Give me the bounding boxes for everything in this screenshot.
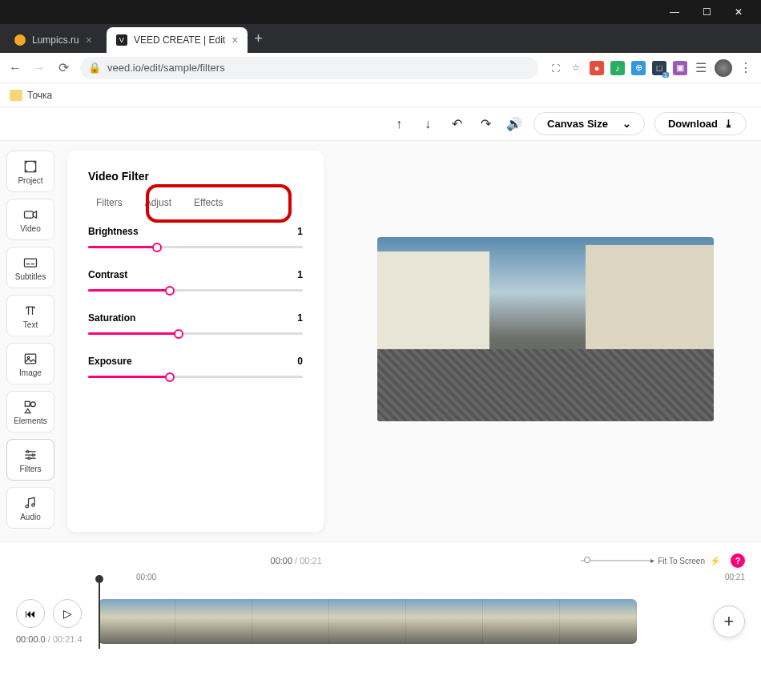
nav-label: Subtitles (15, 272, 46, 281)
ext-icon[interactable]: ● (590, 61, 604, 75)
contrast-slider[interactable] (88, 285, 303, 296)
download-button[interactable]: Download ⤓ (654, 112, 747, 135)
redo-button[interactable]: ↷ (476, 116, 495, 131)
nav-video[interactable]: Video (6, 199, 54, 240)
project-icon (22, 159, 38, 175)
star-icon[interactable]: ☆ (569, 61, 583, 75)
folder-icon (10, 90, 22, 101)
bookmarks-bar: Точка (0, 83, 761, 107)
favicon-icon (14, 34, 26, 46)
undo-button[interactable]: ↶ (447, 116, 466, 131)
canvas-size-button[interactable]: Canvas Size ⌄ (534, 112, 645, 135)
slider-label: Contrast (88, 269, 127, 280)
tab-close-icon[interactable]: × (86, 34, 92, 46)
skip-start-button[interactable]: ⏮ (16, 599, 45, 628)
playhead[interactable] (99, 578, 100, 649)
exposure-slider[interactable] (88, 372, 303, 383)
url-field[interactable]: 🔒 veed.io/edit/sample/filters (80, 57, 538, 79)
nav-project[interactable]: Project (6, 151, 54, 192)
ext-icon[interactable]: ▣ (673, 61, 687, 75)
svg-rect-3 (25, 354, 35, 364)
nav-subtitles[interactable]: Subtitles (6, 247, 54, 288)
help-button[interactable]: ? (731, 553, 745, 568)
contrast-row: Contrast1 (88, 269, 303, 296)
download-icon: ⤓ (724, 118, 733, 130)
translate-icon[interactable]: ⛶ (548, 61, 562, 75)
new-tab-button[interactable]: + (254, 30, 263, 47)
close-window-button[interactable]: ✕ (723, 0, 755, 24)
play-button[interactable]: ▷ (53, 599, 82, 628)
url-text: veed.io/edit/sample/filters (107, 62, 225, 74)
fit-to-screen-button[interactable]: Fit To Screen (658, 557, 705, 565)
download-label: Download (668, 118, 718, 130)
slider-label: Saturation (88, 312, 135, 324)
elements-icon (22, 399, 38, 415)
exposure-row: Exposure0 (88, 356, 303, 383)
slider-label: Brightness (88, 226, 139, 237)
nav-label: Text (23, 320, 38, 329)
favicon-icon: V (116, 34, 127, 46)
maximize-button[interactable]: ☐ (691, 0, 723, 24)
filters-icon (22, 447, 38, 463)
tab-adjust[interactable]: Adjust (145, 197, 171, 208)
timeline-track[interactable] (99, 599, 687, 644)
reading-list-icon[interactable]: ☰ (694, 60, 708, 75)
volume-icon[interactable]: 🔊 (505, 116, 524, 131)
tab-filters[interactable]: Filters (96, 197, 123, 208)
timeline-end-label: 00:21 (725, 573, 745, 581)
current-time: 00:00.0 (16, 634, 46, 644)
tab-effects[interactable]: Effects (194, 197, 223, 208)
ext-icon[interactable]: ♪ (610, 61, 625, 75)
nav-image[interactable]: Image (6, 343, 54, 384)
ext-icon[interactable]: □1 (652, 61, 666, 75)
nav-text[interactable]: Text (6, 295, 54, 336)
slider-value: 0 (297, 356, 303, 367)
svg-point-10 (26, 505, 28, 507)
svg-rect-2 (25, 259, 37, 267)
playhead-time: 00:00 (271, 556, 293, 565)
browser-tab-inactive[interactable]: Lumpics.ru × (5, 27, 102, 53)
saturation-row: Saturation1 (88, 312, 303, 340)
video-preview[interactable] (377, 237, 714, 421)
saturation-slider[interactable] (88, 328, 303, 340)
minimize-button[interactable]: — (658, 0, 691, 24)
slider-value: 1 (297, 269, 303, 280)
nav-audio[interactable]: Audio (6, 487, 54, 529)
browser-menu-icon[interactable]: ⋮ (739, 60, 753, 75)
bolt-icon[interactable]: ⚡ (710, 556, 721, 566)
brightness-slider[interactable] (88, 242, 303, 253)
nav-label: Filters (19, 465, 41, 473)
back-button[interactable]: ← (8, 61, 22, 75)
arrow-up-icon[interactable]: ↑ (389, 117, 409, 131)
zoom-control[interactable]: ▸ (581, 560, 653, 561)
tab-close-icon[interactable]: × (232, 34, 238, 46)
browser-tabstrip: Lumpics.ru × V VEED CREATE | Edit × + (0, 24, 761, 53)
nav-elements[interactable]: Elements (6, 391, 54, 432)
arrow-down-icon[interactable]: ↓ (418, 117, 437, 131)
app-toolbar: ↑ ↓ ↶ ↷ 🔊 Canvas Size ⌄ Download ⤓ (0, 107, 761, 141)
ext-icon[interactable]: ⊕ (631, 61, 646, 75)
video-filter-panel: Video Filter Filters Adjust Effects Brig… (67, 151, 324, 532)
browser-tab-active[interactable]: V VEED CREATE | Edit × (107, 27, 248, 53)
canvas-size-label: Canvas Size (547, 118, 608, 130)
thumbnail (483, 599, 560, 644)
nav-label: Project (18, 176, 42, 185)
svg-point-9 (28, 457, 30, 459)
bookmark-item[interactable]: Точка (27, 90, 52, 101)
forward-button[interactable]: → (32, 61, 46, 75)
nav-filters[interactable]: Filters (6, 439, 54, 481)
reload-button[interactable]: ⟳ (56, 60, 70, 75)
clip-thumbnails[interactable] (99, 599, 637, 644)
profile-avatar[interactable] (715, 59, 732, 77)
svg-point-7 (26, 450, 29, 453)
add-clip-button[interactable]: + (713, 605, 745, 638)
thumbnail (99, 599, 175, 644)
left-nav: Project Video Subtitles Text Image Eleme… (0, 141, 61, 541)
address-bar: ← → ⟳ 🔒 veed.io/edit/sample/filters ⛶ ☆ … (0, 53, 761, 83)
svg-point-11 (32, 503, 34, 505)
nav-label: Elements (14, 416, 47, 425)
thumbnail (329, 599, 406, 644)
thumbnail (560, 599, 637, 644)
svg-rect-1 (25, 211, 34, 217)
audio-icon (22, 495, 38, 511)
